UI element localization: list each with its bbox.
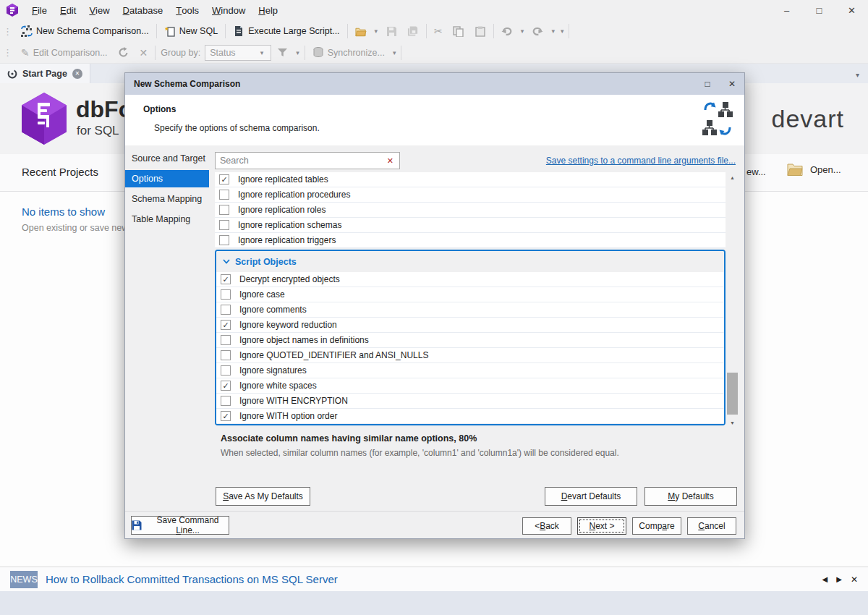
checkbox-checked[interactable]: ✓ (219, 174, 229, 184)
save-as-my-defaults-button[interactable]: Save As My Defaults (216, 487, 310, 506)
checkbox-unchecked[interactable] (219, 220, 229, 230)
checkbox-checked[interactable]: ✓ (221, 411, 231, 421)
checkbox-checked[interactable]: ✓ (221, 274, 231, 284)
news-headline-link[interactable]: How to Rollback Committed Transactions o… (46, 573, 338, 585)
save-all-button[interactable] (402, 22, 424, 40)
option-row[interactable]: Ignore replication procedures (215, 187, 726, 203)
checkbox-unchecked[interactable] (221, 365, 231, 376)
nav-item-table-mapping[interactable]: Table Mapping (125, 211, 209, 228)
stop-button[interactable]: ✕ (135, 44, 153, 62)
minimize-button[interactable]: – (770, 0, 803, 20)
tab-close-icon[interactable]: ✕ (72, 69, 82, 79)
synchronize-button[interactable]: Synchronize... (307, 44, 390, 62)
copy-button[interactable] (448, 22, 469, 40)
devart-defaults-button[interactable]: Devart Defaults (545, 487, 637, 506)
search-input[interactable] (216, 156, 381, 166)
dialog-close-button[interactable]: ✕ (720, 73, 744, 95)
new-schema-comparison-button[interactable]: New Schema Comparison... (16, 22, 154, 40)
redo-button[interactable] (527, 22, 548, 40)
filter-button[interactable] (271, 44, 293, 62)
new-button-fragment[interactable]: ew... (746, 166, 766, 177)
save-command-line-button[interactable]: Save Command Line... (131, 516, 229, 535)
history-dropdown-icon[interactable]: ▾ (558, 27, 567, 35)
paste-button[interactable] (469, 22, 491, 40)
menu-database[interactable]: Database (116, 0, 170, 20)
menu-file[interactable]: File (25, 0, 54, 20)
cancel-button[interactable]: Cancel (687, 517, 736, 535)
checkbox-checked[interactable]: ✓ (221, 320, 231, 330)
edit-comparison-button[interactable]: ✎ Edit Comparison... (16, 44, 113, 62)
checkbox-unchecked[interactable] (221, 305, 231, 315)
checkbox-checked[interactable]: ✓ (221, 381, 231, 391)
open-file-button[interactable] (350, 22, 372, 40)
nav-item-options[interactable]: Options (125, 170, 209, 187)
tab-start-page[interactable]: Start Page ✕ (0, 64, 90, 83)
options-scrollbar[interactable]: ▲ ▼ (726, 172, 739, 428)
menu-tools[interactable]: Tools (169, 0, 205, 20)
compare-button[interactable]: Compare (632, 517, 681, 535)
option-row[interactable]: Ignore replication schemas (215, 218, 726, 233)
news-prev-icon[interactable]: ◀ (822, 575, 828, 583)
news-next-icon[interactable]: ▶ (836, 575, 842, 583)
option-row[interactable]: Ignore WITH ENCRYPTION (216, 394, 724, 409)
undo-dropdown-icon[interactable]: ▾ (518, 27, 527, 35)
option-row[interactable]: Ignore comments (216, 302, 724, 318)
close-button[interactable]: ✕ (835, 0, 868, 20)
dialog-header: Options Specify the options of schema co… (125, 95, 744, 145)
option-row[interactable]: Ignore object names in definitions (216, 333, 724, 348)
save-settings-link[interactable]: Save settings to a command line argument… (546, 156, 736, 166)
my-defaults-button[interactable]: My Defaults (644, 487, 737, 506)
option-label: Ignore replication triggers (238, 235, 336, 245)
option-row[interactable]: Ignore signatures (216, 363, 724, 378)
synchronize-dropdown-icon[interactable]: ▾ (390, 49, 399, 56)
scroll-up-icon[interactable]: ▲ (726, 172, 739, 182)
option-row[interactable]: ✓Decrypt encrypted objects (216, 272, 724, 287)
checkbox-unchecked[interactable] (219, 235, 229, 245)
option-row[interactable]: ✓Ignore WITH option order (216, 409, 724, 424)
search-clear-icon[interactable]: ✕ (381, 156, 399, 166)
group-by-select[interactable]: Status ▾ (205, 45, 271, 61)
open-dropdown-icon[interactable]: ▾ (372, 27, 381, 35)
option-row[interactable]: Ignore replication roles (215, 203, 726, 218)
dialog-titlebar[interactable]: New Schema Comparison □ ✕ (125, 73, 744, 95)
next-button[interactable]: Next > (577, 517, 626, 535)
dialog-maximize-button[interactable]: □ (695, 73, 720, 95)
cut-button[interactable]: ✂ (429, 22, 448, 40)
checkbox-unchecked[interactable] (221, 350, 231, 360)
execute-large-script-button[interactable]: Execute Large Script... (228, 22, 344, 40)
checkbox-unchecked[interactable] (221, 335, 231, 345)
option-row[interactable]: ✓Ignore keyword reduction (216, 318, 724, 333)
back-button[interactable]: < Back (522, 517, 571, 535)
undo-button[interactable] (496, 22, 518, 40)
redo-dropdown-icon[interactable]: ▾ (548, 27, 558, 35)
save-button[interactable] (380, 22, 402, 40)
checkbox-unchecked[interactable] (219, 205, 229, 215)
checkbox-unchecked[interactable] (219, 190, 229, 200)
scrollbar-thumb[interactable] (727, 373, 738, 415)
refresh-button[interactable] (113, 44, 135, 62)
option-row[interactable]: Ignore replication triggers (215, 233, 726, 248)
new-sql-button[interactable]: New SQL (159, 22, 224, 40)
option-row[interactable]: Ignore case (216, 287, 724, 302)
tab-overflow-dropdown-icon[interactable]: ▾ (856, 71, 868, 83)
script-objects-header[interactable]: Script Objects (216, 251, 724, 272)
maximize-button[interactable]: □ (803, 0, 835, 20)
option-row[interactable]: ✓Ignore replicated tables (215, 172, 726, 187)
checkbox-unchecked[interactable] (221, 396, 231, 406)
menu-help[interactable]: Help (252, 0, 284, 20)
nav-item-schema-mapping[interactable]: Schema Mapping (125, 190, 209, 208)
open-button[interactable]: Open... (787, 163, 841, 176)
checkbox-unchecked[interactable] (221, 289, 231, 300)
menu-window[interactable]: Window (205, 0, 252, 20)
undo-icon (501, 25, 513, 37)
option-row[interactable]: ✓Ignore white spaces (216, 378, 724, 394)
recent-projects-label: Recent Projects (22, 166, 98, 178)
menu-view[interactable]: View (82, 0, 116, 20)
option-row[interactable]: Ignore QUOTED_IDENTIFIER and ANSI_NULLS (216, 348, 724, 363)
filter-dropdown-icon[interactable]: ▾ (293, 49, 302, 56)
news-close-icon[interactable]: ✕ (851, 574, 858, 585)
menu-edit[interactable]: Edit (54, 0, 82, 20)
scroll-down-icon[interactable]: ▼ (726, 417, 739, 428)
nav-item-source-and-target[interactable]: Source and Target (125, 150, 209, 167)
schema-comparison-icon (21, 25, 33, 37)
